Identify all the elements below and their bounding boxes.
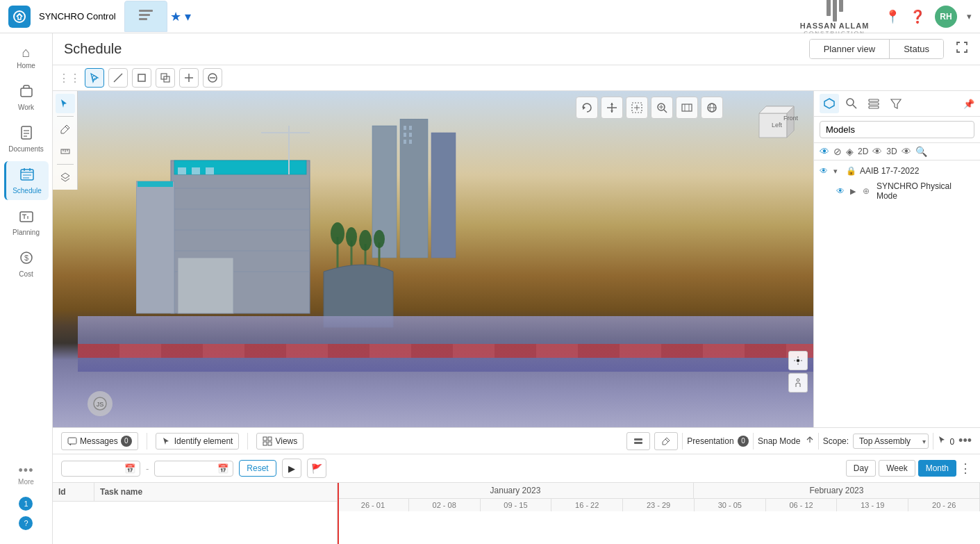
location-icon[interactable]: 📍	[885, 9, 900, 24]
scope-dropdown[interactable]: Top Assembly Selection All	[853, 434, 929, 449]
svg-rect-1	[139, 10, 153, 12]
rotate-button[interactable]	[576, 97, 598, 119]
timeline-more-button[interactable]: ⋮	[959, 461, 972, 476]
user-avatar[interactable]: RH	[935, 6, 957, 28]
svg-marker-69	[61, 173, 69, 179]
week-16-22: 16 - 22	[551, 499, 623, 511]
person-icon[interactable]	[788, 373, 808, 393]
svg-rect-113	[634, 438, 642, 440]
add-button[interactable]	[179, 68, 199, 88]
day-view-button[interactable]: Day	[846, 460, 876, 477]
gantt-timeline: January 2023 February 2023 26 - 01 02 - …	[338, 483, 980, 544]
main-tab[interactable]	[124, 1, 167, 32]
help-badge[interactable]: ?	[19, 516, 33, 530]
month-view-button[interactable]: Month	[918, 460, 956, 477]
end-date-input[interactable]	[159, 463, 215, 473]
scope-label: Scope:	[823, 436, 849, 446]
flag-button[interactable]: 🚩	[307, 459, 326, 478]
user-dropdown-icon[interactable]: ▾	[967, 11, 972, 22]
isolate-icon[interactable]: ◈	[846, 146, 854, 157]
play-button[interactable]: ▶	[282, 459, 301, 478]
months-row: January 2023 February 2023	[338, 483, 980, 499]
drag-handle[interactable]: ⋮⋮	[58, 72, 81, 85]
svg-line-64	[65, 126, 68, 129]
tool-separator-1	[57, 116, 74, 117]
svg-rect-114	[634, 442, 642, 444]
tree-item-aaib[interactable]: 👁 ▾ 🔒 AAIB 17-7-2022	[814, 163, 980, 179]
svg-rect-102	[869, 103, 879, 105]
identify-button[interactable]: Identify element	[156, 433, 240, 450]
help-icon[interactable]: ❓	[910, 9, 925, 24]
svg-text:Front: Front	[783, 115, 799, 122]
collapse-aaib[interactable]: ▾	[833, 167, 843, 176]
draw-tool-button[interactable]	[108, 68, 128, 88]
views-button[interactable]: Views	[256, 433, 304, 450]
svg-point-99	[847, 99, 854, 106]
pan-button[interactable]	[601, 97, 623, 119]
status-view-button[interactable]: Status	[890, 40, 943, 58]
sidebar-item-documents[interactable]: Documents	[4, 119, 49, 158]
fullscreen-button[interactable]	[955, 40, 969, 58]
search-tab-button[interactable]	[842, 94, 861, 113]
layers-tool[interactable]	[56, 167, 75, 187]
cursor-tool[interactable]	[56, 94, 75, 113]
remove-button[interactable]	[203, 68, 222, 88]
more-button[interactable]: ••• More	[13, 458, 40, 491]
zoom-box-button[interactable]	[626, 97, 648, 119]
notification-badge[interactable]: 1	[19, 497, 33, 511]
visibility-toggle-synchro[interactable]: 👁	[836, 186, 847, 196]
zoom-button[interactable]	[651, 97, 673, 119]
cube-navigator[interactable]: Left Front	[752, 99, 808, 148]
star-button[interactable]: ★ ▾	[170, 9, 191, 24]
properties-tab-button[interactable]	[864, 94, 883, 113]
messages-button[interactable]: Messages 0	[61, 432, 138, 450]
measure-tool[interactable]	[56, 142, 75, 161]
svg-marker-98	[824, 99, 834, 108]
settings-button[interactable]	[788, 351, 808, 370]
home-icon: ⌂	[22, 44, 30, 60]
globe-button[interactable]	[701, 97, 723, 119]
select-tool-button[interactable]	[85, 68, 104, 88]
week-23-29: 23 - 29	[623, 499, 695, 511]
pin-button[interactable]: 📌	[963, 99, 974, 109]
more-options-button[interactable]: •••	[958, 434, 972, 448]
sidebar-item-cost[interactable]: $ Cost	[4, 245, 49, 283]
multi-select-button[interactable]	[156, 68, 175, 88]
eye3-icon[interactable]: 👁	[902, 146, 911, 157]
week-26-01: 26 - 01	[338, 499, 409, 511]
edit-icon[interactable]	[654, 432, 678, 450]
models-tab-button[interactable]	[820, 94, 839, 113]
start-calendar-icon[interactable]: 📅	[124, 463, 135, 474]
top-right-area: HASSAN ALLAM — CONSTRUCTION — 📍 ❓ RH ▾	[794, 0, 972, 36]
pencil-tool[interactable]	[56, 119, 75, 139]
week-view-button[interactable]: Week	[879, 460, 915, 477]
start-date-input[interactable]	[66, 463, 122, 473]
svg-line-100	[853, 105, 856, 108]
rect-tool-button[interactable]	[132, 68, 151, 88]
planner-view-button[interactable]: Planner view	[810, 40, 890, 58]
3d-viewport[interactable]: Left Front	[53, 91, 813, 427]
walkthrough-button[interactable]	[676, 97, 698, 119]
reset-button[interactable]: Reset	[239, 460, 276, 477]
sidebar-item-home[interactable]: ⌂ Home	[4, 39, 49, 75]
eye-icon[interactable]: 👁	[820, 146, 829, 157]
svg-rect-105	[68, 438, 76, 444]
expand-synchro[interactable]: ▶	[850, 187, 860, 196]
sidebar-item-planning[interactable]: Planning	[4, 203, 49, 242]
2d-toggle[interactable]: 2D	[858, 147, 868, 156]
hide-icon[interactable]: ⊘	[833, 146, 842, 157]
filter-tab-button[interactable]	[886, 94, 906, 113]
eye2-icon[interactable]: 👁	[872, 146, 882, 157]
3d-toggle[interactable]: 3D	[886, 147, 897, 156]
toolbar-icon[interactable]	[626, 432, 650, 450]
search-vis-icon[interactable]: 🔍	[915, 146, 927, 157]
page-title: Schedule	[64, 41, 798, 57]
tab-area: ★ ▾	[124, 1, 786, 32]
visibility-toggle-aaib[interactable]: 👁	[820, 166, 831, 176]
tree-item-synchro[interactable]: 👁 ▶ ⊕ SYNCHRO Physical Mode	[814, 179, 980, 204]
sidebar-item-work[interactable]: Work	[4, 78, 49, 117]
end-calendar-icon[interactable]: 📅	[217, 463, 229, 474]
models-dropdown[interactable]: Models	[820, 121, 974, 138]
svg-point-0	[14, 11, 25, 22]
sidebar-item-schedule[interactable]: Schedule	[4, 161, 49, 200]
